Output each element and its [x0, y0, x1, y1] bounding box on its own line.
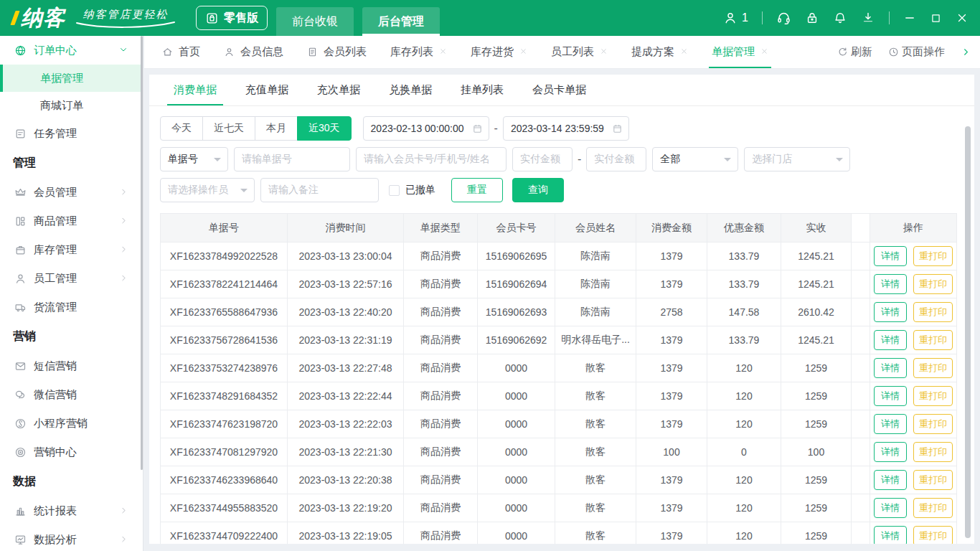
subtab[interactable]: 兑换单据	[389, 75, 432, 105]
sidebar-item[interactable]: 任务管理	[0, 119, 143, 148]
page-actions-button[interactable]: 页面操作	[888, 45, 945, 59]
page-tab[interactable]: 会员列表	[307, 36, 367, 68]
quick-range-button[interactable]: 本月	[255, 116, 298, 141]
sidebar-item[interactable]: 微信营销	[0, 380, 143, 409]
detail-button[interactable]: 详情	[874, 498, 907, 518]
type-select[interactable]: 全部	[652, 147, 738, 171]
subtab[interactable]: 挂单列表	[461, 75, 504, 105]
reprint-button[interactable]: 重打印	[913, 246, 953, 266]
logged-in-users[interactable]: 1	[723, 11, 748, 25]
table-row[interactable]: XF162337532742389762023-03-13 22:27:48商品…	[161, 354, 957, 382]
close-icon[interactable]	[956, 11, 969, 24]
page-tab[interactable]: 会员信息	[224, 36, 283, 68]
order-no-input[interactable]: 请输单据号	[234, 147, 350, 171]
sidebar-item[interactable]: 库存管理	[0, 235, 143, 264]
detail-button[interactable]: 详情	[874, 414, 907, 434]
order-field-select[interactable]: 单据号	[160, 147, 228, 171]
page-tab[interactable]: 单据管理	[712, 36, 768, 68]
detail-button[interactable]: 详情	[874, 358, 907, 378]
operator-select[interactable]: 请选择操作员	[160, 178, 255, 202]
tab-close-icon[interactable]	[760, 47, 768, 57]
table-row[interactable]: XF162337449558835202023-03-13 22:19:20商品…	[161, 494, 957, 522]
reprint-button[interactable]: 重打印	[913, 330, 953, 350]
reprint-button[interactable]: 重打印	[913, 302, 953, 322]
quick-range-button[interactable]: 近七天	[202, 116, 255, 141]
sidebar-item[interactable]: 小程序营销	[0, 409, 143, 438]
bell-icon[interactable]	[833, 11, 847, 25]
maximize-icon[interactable]	[930, 12, 942, 24]
download-icon[interactable]	[861, 11, 875, 25]
table-row[interactable]: XF162337447092224002023-03-13 22:19:05商品…	[161, 522, 957, 545]
date-from-input[interactable]: 2023-02-13 00:00:00	[363, 116, 489, 141]
header-nav-pos[interactable]: 前台收银	[276, 7, 354, 36]
page-tab[interactable]: 员工列表	[551, 36, 608, 68]
refresh-button[interactable]: 刷新	[837, 45, 872, 59]
sidebar-item[interactable]: 员工管理	[0, 264, 143, 293]
table-row[interactable]: XF162337655886479362023-03-13 22:40:20商品…	[161, 298, 957, 326]
sidebar-subitem[interactable]: 商城订单	[0, 92, 143, 119]
detail-button[interactable]: 详情	[874, 442, 907, 462]
sidebar-item[interactable]: 商品管理	[0, 207, 143, 235]
table-row[interactable]: XF162337470812979202023-03-13 22:21:30商品…	[161, 438, 957, 466]
sidebar-item[interactable]: 订单中心	[0, 36, 143, 65]
cancelled-checkbox[interactable]	[389, 185, 400, 196]
sidebar-subitem[interactable]: 单据管理	[0, 65, 143, 92]
sidebar-item[interactable]: 统计报表	[0, 496, 143, 525]
detail-button[interactable]: 详情	[874, 470, 907, 490]
reprint-button[interactable]: 重打印	[913, 442, 953, 462]
tab-close-icon[interactable]	[439, 47, 447, 57]
sidebar-item[interactable]: 数据分析	[0, 525, 143, 551]
page-tab[interactable]: 库存列表	[390, 36, 447, 68]
subtab[interactable]: 会员卡单据	[532, 75, 586, 105]
table-row[interactable]: XF162337462339686402023-03-13 22:20:38商品…	[161, 466, 957, 494]
reprint-button[interactable]: 重打印	[913, 470, 953, 490]
reprint-button[interactable]: 重打印	[913, 358, 953, 378]
table-row[interactable]: XF162337822412144642023-03-13 22:57:16商品…	[161, 270, 957, 298]
reprint-button[interactable]: 重打印	[913, 498, 953, 518]
remark-input[interactable]: 请输入备注	[260, 178, 379, 202]
reset-button[interactable]: 重置	[451, 178, 503, 202]
detail-button[interactable]: 详情	[874, 274, 907, 294]
reprint-button[interactable]: 重打印	[913, 274, 953, 294]
header-nav-admin[interactable]: 后台管理	[362, 7, 440, 36]
detail-button[interactable]: 详情	[874, 302, 907, 322]
amount-max-input[interactable]: 实付金额	[586, 147, 646, 171]
lock-icon[interactable]	[805, 11, 819, 25]
quick-range-button[interactable]: 今天	[160, 116, 203, 141]
page-tab[interactable]: 库存进货	[471, 36, 527, 68]
search-button[interactable]: 查询	[512, 178, 564, 202]
tab-close-icon[interactable]	[680, 47, 688, 57]
sidebar-item[interactable]: 短信营销	[0, 352, 143, 380]
sidebar-item[interactable]: 货流管理	[0, 293, 143, 321]
headset-icon[interactable]	[776, 11, 791, 26]
sidebar-scrollbar[interactable]	[141, 36, 143, 470]
table-row[interactable]: XF162337476231987202023-03-13 22:22:03商品…	[161, 410, 957, 438]
reprint-button[interactable]: 重打印	[913, 414, 953, 434]
subtab[interactable]: 充值单据	[245, 75, 288, 105]
reprint-button[interactable]: 重打印	[913, 386, 953, 406]
tab-close-icon[interactable]	[519, 47, 527, 57]
detail-button[interactable]: 详情	[874, 330, 907, 350]
detail-button[interactable]: 详情	[874, 386, 907, 406]
table-row[interactable]: XF162337849920225282023-03-13 23:00:04商品…	[161, 242, 957, 270]
date-to-input[interactable]: 2023-03-14 23:59:59	[503, 116, 629, 141]
minimize-icon[interactable]	[903, 11, 916, 24]
member-search-input[interactable]: 请输入会员卡号/手机号/姓名	[356, 147, 507, 171]
quick-range-button[interactable]: 近30天	[297, 116, 352, 141]
detail-button[interactable]: 详情	[874, 246, 907, 266]
sidebar-item[interactable]: 营销中心	[0, 438, 143, 466]
detail-button[interactable]: 详情	[874, 526, 907, 544]
store-select[interactable]: 选择门店	[744, 147, 850, 171]
page-tab[interactable]: 提成方案	[631, 36, 688, 68]
tab-close-icon[interactable]	[600, 47, 608, 57]
table-row[interactable]: XF162337567286415362023-03-13 22:31:19商品…	[161, 326, 957, 354]
sidebar-item[interactable]: 会员管理	[0, 178, 143, 207]
amount-min-input[interactable]: 实付金额	[512, 147, 573, 171]
reprint-button[interactable]: 重打印	[913, 526, 953, 544]
tabbar-more-chevron-right-icon[interactable]	[961, 47, 971, 57]
subtab[interactable]: 充次单据	[317, 75, 360, 105]
page-tab[interactable]: 首页	[162, 36, 200, 68]
subtab[interactable]: 消费单据	[174, 75, 217, 105]
table-row[interactable]: XF162337482916843522023-03-13 22:22:44商品…	[161, 382, 957, 410]
content-scrollbar[interactable]	[965, 126, 971, 538]
